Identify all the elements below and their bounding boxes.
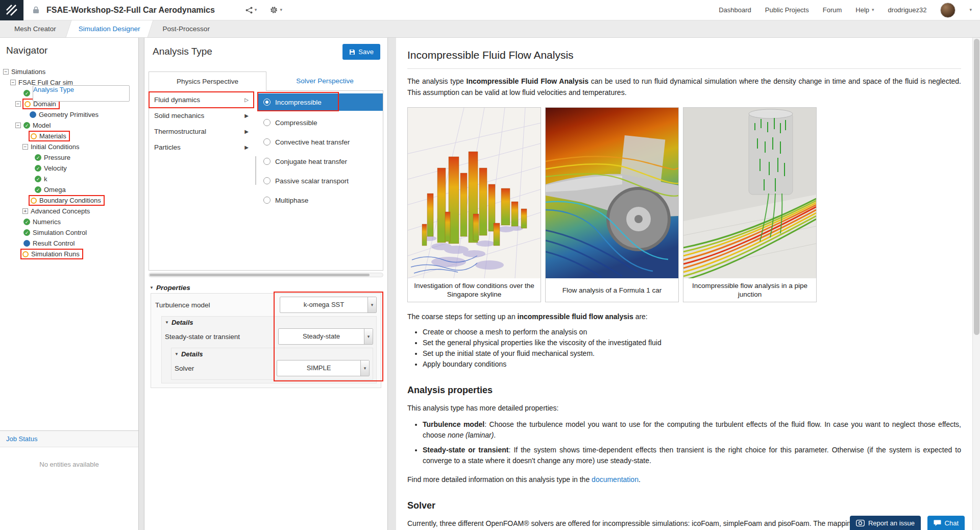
tree-item-geometry-primitives[interactable]: Geometry Primitives (0, 109, 138, 120)
option-incompressible[interactable]: Incompressible (257, 93, 383, 111)
tree-label: Advanced Concepts (31, 207, 90, 215)
option-conjugate-heat-transfer[interactable]: Conjugate heat transfer (257, 152, 383, 171)
tab-label: Mesh Creator (14, 25, 56, 33)
chat-icon (934, 520, 941, 526)
doc-intro: The analysis type Incompressible Fluid F… (407, 76, 961, 98)
tree-label: Materials (39, 132, 66, 140)
tree-item-initial-conditions[interactable]: − Initial Conditions (0, 141, 138, 152)
collapse-icon[interactable]: − (15, 123, 21, 128)
category-thermostructural[interactable]: Thermostructural ▶ (149, 124, 254, 139)
collapse-icon[interactable]: − (22, 144, 28, 150)
workbench-tab-bar: Mesh Creator Simulation Designer Post-Pr… (0, 20, 980, 38)
doc-figures: Investigation of flow conditions over th… (407, 107, 961, 302)
turbulence-model-select[interactable]: k-omega SST ▾ (280, 297, 377, 313)
nav-public-projects[interactable]: Public Projects (765, 6, 809, 14)
tree-item-velocity[interactable]: ✓ Velocity (0, 163, 138, 174)
section-collapse-icon: ▼ (175, 352, 179, 356)
share-button[interactable]: ▾ (246, 7, 257, 14)
check-icon: ✓ (35, 154, 41, 161)
tree-item-simulations[interactable]: − Simulations (0, 66, 138, 77)
tree-item-pressure[interactable]: ✓ Pressure (0, 152, 138, 163)
tree-item-result-control[interactable]: Result Control (0, 238, 138, 249)
tree-item-numerics[interactable]: ✓ Numerics (0, 216, 138, 227)
property-desc: : Choose the turbulence model you want t… (423, 420, 961, 439)
top-bar: FSAE-Workshop-S2-Full Car Aerodynamics ▾… (0, 0, 980, 20)
chevron-down-icon[interactable]: ▾ (969, 8, 972, 12)
steps-text: The coarse steps for setting up an (407, 312, 518, 321)
tree-label: Simulation Runs (31, 250, 80, 258)
property-term: Turbulence model (423, 420, 484, 428)
properties-list: Turbulence model: Choose the turbulence … (423, 419, 961, 466)
lock-icon (33, 6, 39, 14)
steady-transient-select[interactable]: Steady-state ▾ (278, 328, 373, 345)
tree-item-materials[interactable]: Materials (0, 131, 138, 141)
properties-header-label: Properties (156, 284, 190, 292)
horizontal-scrollbar[interactable] (149, 273, 383, 277)
tree-item-advanced-concepts[interactable]: + Advanced Concepts (0, 206, 138, 216)
avatar[interactable] (940, 3, 955, 18)
details-section-header[interactable]: ▼ Details (165, 319, 373, 326)
step-item: Set the general physical properties like… (423, 338, 961, 348)
arrow-right-icon: ▶ (244, 129, 249, 134)
warning-icon (24, 101, 31, 107)
doc-title: Incompressible Fluid Flow Analysis (407, 49, 961, 69)
option-compressible[interactable]: Compressible (257, 113, 383, 132)
settings-button[interactable]: ▾ (270, 6, 282, 14)
expand-icon[interactable]: + (22, 208, 28, 214)
tree-label: Model (33, 122, 51, 129)
category-list: Fluid dynamics ▷ Solid mechanics ▶ Therm… (149, 91, 254, 270)
solver-select[interactable]: SIMPLE ▾ (277, 360, 370, 376)
chevron-down-icon: ▾ (872, 8, 874, 12)
category-particles[interactable]: Particles ▶ (149, 139, 254, 155)
tree-item-analysis-type[interactable]: ✓ Analysis Type (0, 88, 138, 99)
analysis-type-lists: Fluid dynamics ▷ Solid mechanics ▶ Therm… (149, 91, 383, 271)
app-logo[interactable] (0, 0, 23, 20)
nav-username[interactable]: drodriguez32 (888, 6, 927, 14)
scrollbar-thumb[interactable] (974, 39, 979, 335)
tab-mesh-creator[interactable]: Mesh Creator (3, 20, 67, 37)
steps-text: are: (633, 312, 648, 321)
job-status-empty: No entities available (0, 447, 138, 468)
nav-help[interactable]: Help ▾ (855, 6, 874, 14)
tab-post-processor[interactable]: Post-Processor (152, 20, 221, 37)
tree-item-boundary-conditions[interactable]: Boundary Conditions (0, 195, 138, 206)
tree-label: k (44, 175, 47, 183)
tree-item-model[interactable]: − ✓ Model (0, 120, 138, 131)
properties-section-header[interactable]: ▼ Properties (150, 284, 190, 292)
collapse-icon[interactable]: − (10, 80, 16, 85)
category-fluid-dynamics[interactable]: Fluid dynamics ▷ (149, 92, 254, 108)
option-passive-scalar-transport[interactable]: Passive scalar transport (257, 171, 383, 190)
tree-item-simulation-runs[interactable]: Simulation Runs (0, 249, 138, 259)
option-convective-heat-transfer[interactable]: Convective heat transfer (257, 132, 383, 152)
documentation-link[interactable]: documentation (592, 475, 639, 484)
save-button[interactable]: Save (342, 44, 380, 60)
check-icon: ✓ (23, 90, 30, 97)
node-icon (30, 111, 36, 118)
scrollbar-thumb[interactable] (150, 274, 370, 276)
vertical-scrollbar[interactable] (972, 38, 980, 530)
chat-button[interactable]: Chat (927, 516, 965, 530)
tree-item-omega[interactable]: ✓ Omega (0, 184, 138, 195)
tree-item-simulation-control[interactable]: ✓ Simulation Control (0, 227, 138, 238)
radio-button (263, 158, 271, 165)
cfd-image-skyline (408, 108, 541, 278)
tab-simulation-designer[interactable]: Simulation Designer (67, 20, 152, 37)
option-multiphase[interactable]: Multiphase (257, 190, 383, 210)
tree-item-k[interactable]: ✓ k (0, 174, 138, 184)
figure-caption: Flow analysis of a Formula 1 car (546, 278, 678, 302)
nav-forum[interactable]: Forum (823, 6, 842, 14)
tab-physics-perspective[interactable]: Physics Perspective (149, 71, 266, 91)
property-row-time: Steady-state or transient Steady-state ▾ (165, 328, 373, 345)
collapse-icon[interactable]: − (15, 101, 21, 107)
report-issue-button[interactable]: Report an issue (850, 516, 921, 530)
chevron-down-icon: ▾ (364, 329, 373, 344)
property-desc: . (494, 431, 496, 439)
analysis-properties-heading: Analysis properties (407, 385, 961, 396)
category-solid-mechanics[interactable]: Solid mechanics ▶ (149, 108, 254, 124)
panel-title: Analysis Type (153, 46, 212, 57)
documentation-panel: Incompressible Fluid Flow Analysis The a… (396, 38, 972, 530)
collapse-icon[interactable]: − (3, 69, 9, 75)
tab-solver-perspective[interactable]: Solver Perspective (266, 71, 383, 91)
details-section-header[interactable]: ▼ Details (175, 350, 370, 358)
nav-dashboard[interactable]: Dashboard (719, 6, 751, 14)
